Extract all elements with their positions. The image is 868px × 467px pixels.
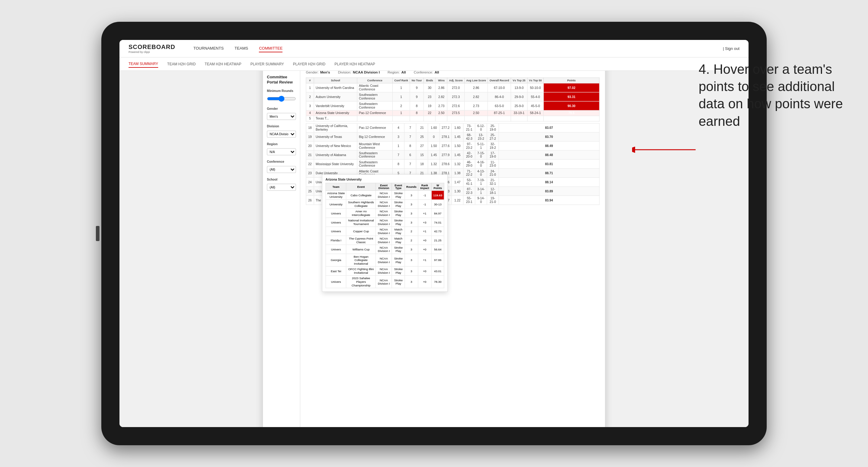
points-cell[interactable]: 88.14 xyxy=(499,178,599,187)
table-row-highlighted: 4 Arizona State University Pac-12 Confer… xyxy=(306,111,599,116)
table-row: 2 Auburn University Southeastern Confere… xyxy=(306,92,599,101)
report-container: SCOREBOARD Powered by clippi Committee P… xyxy=(263,71,605,427)
tooltip-row: Univers Amer An Intercollegiate NCAA Div… xyxy=(326,209,444,218)
main-content: SCOREBOARD Powered by clippi Committee P… xyxy=(120,71,748,427)
tablet-side-button xyxy=(96,226,99,241)
table-row: 3 Vanderbilt University Southeastern Con… xyxy=(306,101,599,111)
tooltip-row: Arizona State University Cabo Collegiate… xyxy=(326,191,444,199)
points-cell[interactable]: 83.94 xyxy=(499,196,599,205)
school-section: School (All) xyxy=(267,178,296,191)
top-navigation: SCOREBOARD Powered by clippi TOURNAMENTS… xyxy=(120,40,748,58)
points-cell[interactable] xyxy=(544,116,599,121)
points-cell[interactable]: 83.07 xyxy=(499,123,599,132)
col-conference: Conference xyxy=(357,78,393,83)
division-filter-value: NCAA Division I xyxy=(353,71,380,74)
subnav-player-h2h-grid[interactable]: PLAYER H2H GRID xyxy=(293,61,326,67)
gender-select[interactable]: Men's xyxy=(267,113,296,120)
tooltip-row: Univers National Invitational Tournament… xyxy=(326,218,444,227)
col-points: Points xyxy=(544,78,599,83)
subnav-team-summary[interactable]: TEAM SUMMARY xyxy=(128,61,158,68)
col-vs50: Vs Top 50 xyxy=(527,78,544,83)
col-adj-score: Adj. Score xyxy=(447,78,465,83)
table-row: 20 University of New Mexico Mountain Wes… xyxy=(306,141,599,150)
tooltip-title: Arizona State University xyxy=(326,178,444,182)
region-section: Region N/A xyxy=(267,143,296,155)
tt-col-team: Team xyxy=(326,183,346,191)
division-label: Division xyxy=(267,125,296,128)
tooltip-row: Georgia Ben Hogan Collegiate Invitationa… xyxy=(326,254,444,267)
conference-filter-label: Conference: xyxy=(414,71,433,74)
points-cell[interactable]: 83.81 xyxy=(499,159,599,168)
nav-teams[interactable]: TEAMS xyxy=(235,45,248,52)
sidebar-filters: SCOREBOARD Powered by clippi Committee P… xyxy=(263,71,301,427)
subnav-team-h2h-grid[interactable]: TEAM H2H GRID xyxy=(167,61,196,67)
gender-section: Gender Men's xyxy=(267,107,296,120)
points-cell[interactable]: 90.30 xyxy=(544,101,599,111)
table-row: 22 Mississippi State University Southeas… xyxy=(306,159,599,168)
min-rounds-input[interactable] xyxy=(267,95,296,102)
division-filter: Division: NCAA Division I xyxy=(338,71,379,74)
points-cell[interactable]: 83.70 xyxy=(499,132,599,142)
logo-area: SCOREBOARD Powered by clippi xyxy=(128,43,175,54)
tooltip-row: Univers Williams Cup NCAA Division I Str… xyxy=(326,245,444,254)
logo-subtitle: Powered by clippi xyxy=(128,51,175,54)
division-select[interactable]: NCAA Division I xyxy=(267,131,296,137)
nav-tournaments[interactable]: TOURNAMENTS xyxy=(193,45,223,52)
tt-col-event: Event xyxy=(346,183,376,191)
col-school: School xyxy=(314,78,357,83)
standings-table: # School Conference Conf Rank No Tour Bn… xyxy=(306,77,599,122)
col-bnds: Bnds xyxy=(424,78,435,83)
conf-cell: Atlantic Coast Conference xyxy=(357,83,393,92)
points-cell[interactable]: 88.71 xyxy=(499,168,599,178)
nav-sign-out[interactable]: | Sign out xyxy=(723,46,740,51)
school-cell: University of North Carolina xyxy=(314,83,357,92)
region-select[interactable]: N/A xyxy=(267,148,296,155)
sub-navigation: TEAM SUMMARY TEAM H2H GRID TEAM H2H HEAT… xyxy=(120,58,748,71)
col-rank: # xyxy=(306,78,314,83)
gender-filter: Gender: Men's xyxy=(306,71,330,74)
tooltip-row: Univers 2023 Sahalee Players Championshi… xyxy=(326,276,444,288)
col-wins: Wins xyxy=(435,78,447,83)
points-cell[interactable]: 83.89 xyxy=(499,187,599,196)
gender-filter-label: Gender: xyxy=(306,71,318,74)
points-cell-highlighted[interactable]: 79.5 xyxy=(544,111,599,116)
subnav-player-h2h-heatmap[interactable]: PLAYER H2H HEATMAP xyxy=(335,61,375,67)
table-row: 21 University of Alabama Southeastern Co… xyxy=(306,150,599,159)
logo-title: SCOREBOARD xyxy=(128,43,175,51)
region-filter: Region: All xyxy=(388,71,406,74)
annotation-arrow xyxy=(632,145,699,154)
col-conf-rank: Conf Rank xyxy=(393,78,410,83)
tt-col-rounds: Rounds xyxy=(405,183,418,191)
table-row: 5 Texas T... xyxy=(306,116,599,121)
conference-select[interactable]: (All) xyxy=(267,166,296,173)
points-cell[interactable]: 93.31 xyxy=(544,92,599,101)
points-cell[interactable]: 88.49 xyxy=(499,141,599,150)
col-vs25: Vs Top 25 xyxy=(511,78,527,83)
school-select[interactable]: (All) xyxy=(267,184,296,191)
report-main: Team Standings Update time: 13/03/2024 1… xyxy=(300,71,605,427)
annotation-text: 4. Hover over a team's points to see add… xyxy=(699,61,844,130)
annotation-area: 4. Hover over a team's points to see add… xyxy=(699,61,844,130)
tablet-frame: SCOREBOARD Powered by clippi TOURNAMENTS… xyxy=(101,22,767,445)
min-rounds-section: Minimum Rounds xyxy=(267,89,296,102)
points-cell[interactable]: 88.48 xyxy=(499,150,599,159)
points-cell[interactable]: 97.02 xyxy=(544,83,599,92)
rank-cell: 1 xyxy=(306,83,314,92)
subnav-team-h2h-heatmap[interactable]: TEAM H2H HEATMAP xyxy=(205,61,241,67)
conference-filter: Conference: All xyxy=(414,71,439,74)
tooltip-row: East Tei OFCC Fighting Illini Invitation… xyxy=(326,267,444,276)
nav-links: TOURNAMENTS TEAMS COMMITTEE xyxy=(193,45,711,52)
tooltip-overlay: Arizona State University Team Event Even… xyxy=(322,174,448,292)
sidebar-portal-title: Committee Portal Review xyxy=(267,74,296,85)
region-filter-value: All xyxy=(401,71,406,74)
tt-col-division: Event Division xyxy=(376,183,392,191)
table-row: 18 University of California, Berkeley Pa… xyxy=(306,123,599,132)
nav-committee[interactable]: COMMITTEE xyxy=(259,45,282,52)
region-filter-label: Region: xyxy=(388,71,400,74)
tooltip-table: Team Event Event Division Event Type Rou… xyxy=(326,183,444,288)
table-row: 19 University of Texas Big 12 Conference… xyxy=(306,132,599,142)
tooltip-row: Florida I The Cypress Point Classic NCAA… xyxy=(326,236,444,245)
subnav-player-summary[interactable]: PLAYER SUMMARY xyxy=(250,61,284,67)
col-overall: Overall Record xyxy=(488,78,511,83)
school-label: School xyxy=(267,178,296,182)
